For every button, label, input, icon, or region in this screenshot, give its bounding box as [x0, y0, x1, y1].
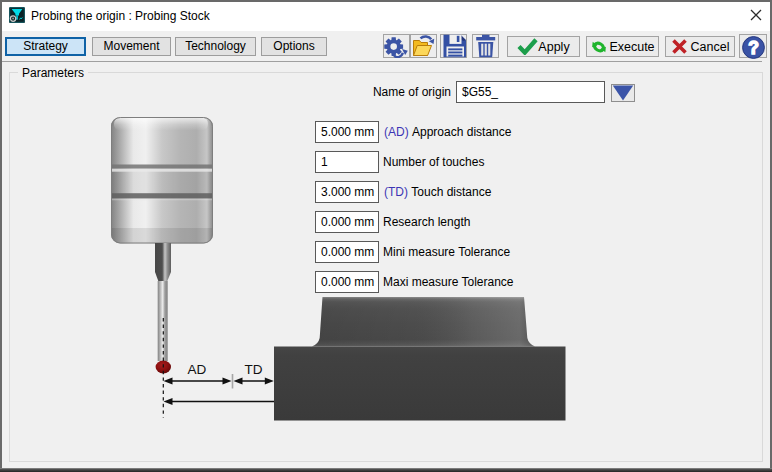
- svg-text:AD: AD: [188, 362, 207, 377]
- svg-text:TD: TD: [245, 362, 263, 377]
